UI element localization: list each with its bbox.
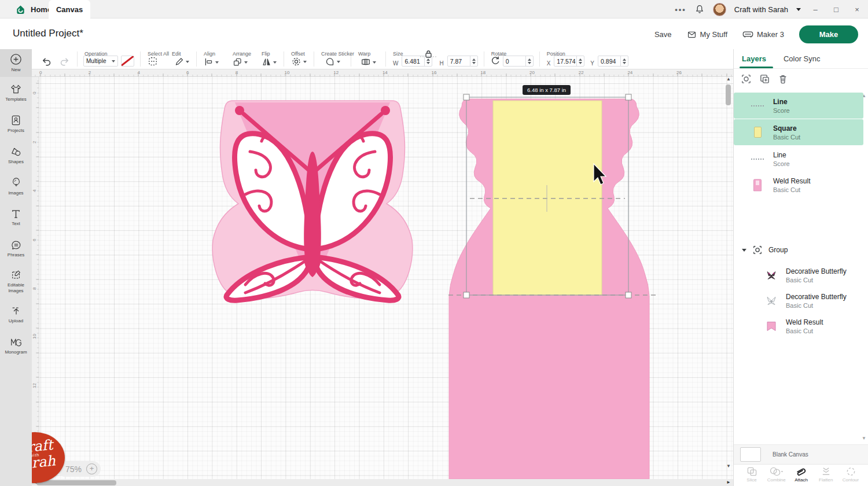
tab-layers[interactable]: Layers (742, 54, 766, 63)
color-swatch-button[interactable] (121, 56, 134, 67)
sidebar-item-monogram[interactable]: Monogram (0, 330, 32, 362)
window-minimize-button[interactable]: – (809, 5, 822, 14)
sidebar-item-new[interactable]: New (0, 49, 32, 77)
yellow-square-shape[interactable] (493, 101, 602, 295)
save-button[interactable]: Save (654, 30, 672, 39)
flip-button[interactable] (260, 57, 278, 67)
layer-row-decorative-butterfly-1[interactable]: Decorative Butterfly Basic Cut (734, 262, 863, 288)
offset-button[interactable] (290, 57, 308, 67)
combine-button[interactable]: Combine (764, 466, 789, 486)
scroll-up-icon[interactable]: ▲ (726, 76, 731, 82)
scroll-right-icon[interactable]: ► (726, 480, 731, 485)
pink-weld-thumbnail (764, 321, 779, 332)
overflow-menu-icon[interactable]: ••• (675, 5, 686, 14)
redo-button[interactable] (58, 57, 71, 67)
warp-button[interactable] (359, 57, 377, 67)
sidebar-item-upload[interactable]: Upload (0, 299, 32, 330)
avatar[interactable] (713, 3, 726, 16)
sidebar-item-text[interactable]: Text (0, 202, 32, 233)
operation-select[interactable]: Multiple (83, 56, 118, 67)
duplicate-layer-icon[interactable] (759, 73, 770, 87)
select-layers-icon[interactable] (741, 73, 752, 87)
butterfly-dark-thumbnail (764, 270, 779, 281)
window-close-button[interactable]: × (851, 5, 863, 14)
sidebar-item-templates[interactable]: Templates (0, 77, 32, 108)
layer-row-weld-result-1[interactable]: Weld Result Basic Cut (734, 172, 863, 198)
home-tab[interactable]: Home (15, 0, 52, 19)
layer-row-line-score-2[interactable]: Line Score (734, 146, 863, 172)
canvas-tab[interactable]: Canvas (49, 0, 90, 19)
sidebar-item-shapes[interactable]: Shapes (0, 139, 32, 171)
flatten-button[interactable]: Flatten (814, 466, 838, 486)
edit-button[interactable] (173, 57, 190, 67)
shapes-icon (10, 146, 22, 157)
attach-button[interactable]: Attach (789, 466, 814, 486)
selection-handle-bottom-left[interactable] (464, 292, 469, 298)
rotate-label: Rotate (491, 51, 507, 57)
layer-group-row[interactable]: Group (734, 238, 863, 262)
scroll-down-icon[interactable]: ▼ (726, 463, 731, 469)
arrange-button[interactable] (231, 57, 249, 67)
notebook-icon (10, 115, 21, 126)
undo-button[interactable] (40, 57, 53, 67)
horizontal-scrollbar[interactable]: ◄ ► (32, 479, 733, 486)
rotate-field[interactable] (503, 56, 534, 67)
sidebar-item-phrases[interactable]: Phrases (0, 233, 32, 264)
layer-row-line-score-1[interactable]: Line Score (734, 93, 863, 119)
layer-row-weld-result-2[interactable]: Weld Result Basic Cut (734, 313, 863, 339)
machine-select-button[interactable]: Maker 3 (742, 30, 784, 39)
make-button[interactable]: Make (799, 25, 858, 43)
sidebar-item-editable-images[interactable]: Editable Images (0, 264, 32, 299)
score-line-thumbnail (750, 159, 765, 160)
rotate-input[interactable] (503, 58, 525, 65)
bell-icon[interactable] (694, 4, 705, 14)
ruler-label: 4 (137, 70, 139, 75)
zoom-in-button[interactable]: + (86, 463, 97, 474)
panel-scroll-down-icon[interactable]: ▼ (862, 436, 866, 441)
vertical-scrollbar-thumb[interactable] (726, 84, 731, 105)
vertical-scrollbar[interactable]: ▲ ▼ (726, 78, 731, 477)
chevron-down-icon[interactable] (796, 8, 801, 13)
design-canvas[interactable]: 6.48 in x 7.87 in 0246810121416182022242… (32, 69, 733, 486)
contour-button[interactable]: Contour (838, 466, 863, 486)
size-h-stepper[interactable] (470, 56, 477, 66)
position-x-input[interactable] (554, 58, 576, 65)
align-button[interactable] (203, 57, 220, 67)
account-name[interactable]: Craft with Sarah (734, 5, 788, 14)
layer-title: Decorative Butterfly (786, 267, 847, 275)
size-w-input[interactable] (402, 58, 424, 65)
tab-color-sync[interactable]: Color Sync (784, 54, 821, 63)
chevron-down-icon[interactable] (742, 249, 746, 254)
sidebar-item-projects[interactable]: Projects (0, 108, 32, 139)
layer-row-square[interactable]: Square Basic Cut (734, 119, 863, 145)
rotate-stepper[interactable] (525, 56, 533, 66)
position-x-field[interactable] (554, 56, 584, 67)
selection-handle-top-right[interactable] (626, 94, 631, 100)
butterfly-group[interactable] (212, 101, 413, 300)
window-maximize-button[interactable]: □ (830, 5, 843, 14)
sidebar-item-images[interactable]: Images (0, 171, 32, 202)
position-y-field[interactable] (598, 56, 628, 67)
combine-label: Combine (767, 477, 786, 483)
selection-handle-top-left[interactable] (464, 94, 469, 100)
size-h-prefix: H (439, 60, 443, 67)
delete-layer-icon[interactable] (778, 73, 788, 87)
size-h-input[interactable] (448, 58, 470, 65)
selection-handle-bottom-right[interactable] (626, 292, 631, 298)
rotate-icon[interactable] (490, 56, 501, 66)
lock-icon[interactable] (420, 50, 437, 58)
size-h-field[interactable] (447, 56, 478, 67)
position-x-stepper[interactable] (576, 56, 584, 66)
horizontal-scrollbar-thumb[interactable] (36, 480, 116, 485)
layer-row-decorative-butterfly-2[interactable]: Decorative Butterfly Basic Cut (734, 288, 863, 314)
ruler-label: 12 (32, 383, 37, 388)
select-all-button[interactable] (146, 56, 159, 67)
my-stuff-button[interactable]: My Stuff (687, 30, 727, 39)
canvas-artwork (32, 69, 733, 486)
position-y-stepper[interactable] (620, 56, 628, 66)
position-y-input[interactable] (598, 58, 620, 65)
create-sticker-button[interactable] (323, 57, 341, 67)
blank-canvas-row[interactable]: Blank Canvas (734, 444, 868, 464)
canvas-color-swatch[interactable] (740, 447, 761, 462)
slice-button[interactable]: Slice (740, 466, 764, 486)
